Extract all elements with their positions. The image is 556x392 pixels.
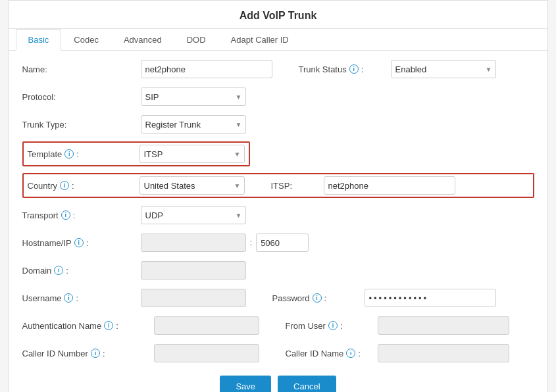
password-input[interactable] [365,289,496,307]
trunk-status-select[interactable]: Enabled Disabled [391,60,496,78]
username-label: Username i: [22,293,141,303]
tab-advanced[interactable]: Advanced [111,29,174,51]
domain-label: Domain i: [22,266,141,276]
name-label: Name: [22,64,141,74]
domain-input[interactable] [141,261,246,280]
add-voip-trunk-dialog: Add VoIP Trunk Basic Codec Advanced DOD … [9,0,548,392]
template-label: Template i: [28,149,139,159]
caller-id-row: Caller ID Number i: Caller ID Name i: [22,343,534,364]
country-label: Country i: [28,181,139,191]
transport-label: Transport i: [22,210,141,220]
tab-codec[interactable]: Codec [61,29,111,51]
hostname-input[interactable] [141,233,246,252]
auth-name-label: Authentication Name i: [22,321,154,331]
password-label: Password i: [272,293,365,303]
country-row: Country i: United States United Kingdom … [22,173,534,198]
from-user-label: From User i: [286,321,378,331]
protocol-row: Protocol: SIP IAX2 ▼ [22,86,534,107]
trunk-status-label: Trunk Status i: [299,64,391,74]
caller-id-number-label: Caller ID Number i: [22,349,154,358]
domain-row: Domain i: [22,260,534,281]
itsp-input[interactable] [324,176,455,195]
dialog-title: Add VoIP Trunk [9,1,547,29]
auth-name-input[interactable] [154,316,259,335]
itsp-label: ITSP: [271,181,324,191]
template-select[interactable]: ITSP Generic [139,145,245,163]
from-user-input[interactable] [378,316,509,335]
caller-id-name-info-icon[interactable]: i [346,349,355,358]
trunk-status-info-icon[interactable]: i [349,64,359,74]
action-buttons: Save Cancel [9,376,547,392]
name-row: Name: Trunk Status i: Enabled Disabled ▼ [22,59,534,80]
trunk-type-label: Trunk Type: [22,120,141,130]
hostname-info-icon[interactable]: i [74,238,84,247]
trunk-type-select[interactable]: Register Trunk Peer Trunk [141,115,246,134]
name-input[interactable] [141,60,272,78]
transport-row: Transport i: UDP TCP TLS ▼ [22,205,534,226]
domain-info-icon[interactable]: i [54,266,63,275]
port-input[interactable] [256,233,309,252]
caller-id-name-label: Caller ID Name i: [286,349,378,358]
cancel-button[interactable]: Cancel [278,376,336,392]
transport-select[interactable]: UDP TCP TLS [141,206,246,224]
trunk-type-row: Trunk Type: Register Trunk Peer Trunk ▼ [22,114,534,135]
username-input[interactable] [141,289,246,307]
template-row: Template i: ITSP Generic ▼ [22,141,534,166]
tab-bar: Basic Codec Advanced DOD Adapt Caller ID [9,29,547,51]
tab-dod[interactable]: DOD [174,29,218,51]
hostname-label: Hostname/IP i: [22,238,141,248]
password-info-icon[interactable]: i [313,293,322,303]
hostname-row: Hostname/IP i: : [22,232,534,253]
caller-id-number-input[interactable] [154,344,259,362]
template-info-icon[interactable]: i [64,149,74,159]
country-select[interactable]: United States United Kingdom Canada [139,176,245,195]
auth-name-info-icon[interactable]: i [104,321,113,330]
auth-from-row: Authentication Name i: From User i: [22,315,534,336]
tab-adapt-caller-id[interactable]: Adapt Caller ID [218,29,301,51]
caller-id-number-info-icon[interactable]: i [91,349,100,358]
protocol-label: Protocol: [22,92,141,102]
transport-info-icon[interactable]: i [61,210,70,220]
caller-id-name-input[interactable] [378,344,509,362]
country-info-icon[interactable]: i [60,181,69,190]
save-button[interactable]: Save [220,376,271,392]
protocol-select[interactable]: SIP IAX2 [141,87,246,106]
form-body: Name: Trunk Status i: Enabled Disabled ▼… [9,51,547,364]
username-password-row: Username i: Password i: [22,287,534,308]
tab-basic[interactable]: Basic [16,29,62,51]
port-separator: : [250,233,253,252]
from-user-info-icon[interactable]: i [328,321,338,330]
username-info-icon[interactable]: i [64,293,73,303]
